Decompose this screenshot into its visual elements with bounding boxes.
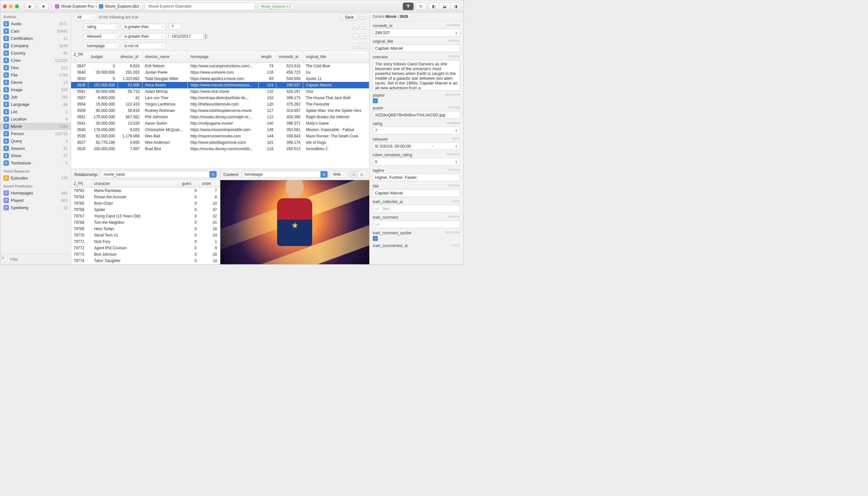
predicate-remove-button[interactable]: − bbox=[352, 43, 359, 49]
table-row[interactable]: 79770Skrull Tech #1024 bbox=[71, 232, 220, 238]
breadcrumb[interactable]: Movie Explorer Pro › Movie_Explorer.db3 bbox=[51, 2, 142, 10]
sidebar-item-show[interactable]: E Show 27 bbox=[0, 152, 71, 159]
sidebar-item-tombstone[interactable]: E Tombstone 0 bbox=[0, 159, 71, 167]
column-header-character[interactable]: character bbox=[92, 180, 179, 187]
table-row[interactable]: 79763Maria Rambeau07 bbox=[71, 187, 220, 194]
close-window-icon[interactable] bbox=[3, 4, 7, 8]
content-select[interactable]: homepage ⇅ bbox=[242, 171, 328, 178]
predicate-remove-button[interactable]: − bbox=[352, 33, 359, 39]
detail-date-input[interactable]: 6/ 3/2019, 00:00:00×▲▼ bbox=[373, 142, 460, 150]
sidebar-item-spielberg[interactable]: P Spielberg 22 bbox=[0, 204, 71, 211]
sidebar-item-language[interactable]: E Language 66 bbox=[0, 101, 71, 108]
zoom-window-icon[interactable] bbox=[15, 4, 19, 8]
predicate-root-more-button[interactable]: ⋯ bbox=[360, 14, 366, 20]
layout-right-button[interactable]: ◨ bbox=[450, 2, 461, 10]
stepper-icon[interactable]: ▲▼ bbox=[455, 144, 458, 148]
detail-bool-toggle[interactable]: − bbox=[373, 98, 378, 103]
sidebar-item-image[interactable]: E Image 945 bbox=[0, 86, 71, 93]
sidebar-item-job[interactable]: E Job 766 bbox=[0, 93, 71, 101]
sidebar-item-movie[interactable]: E Movie 2184 bbox=[0, 123, 71, 130]
table-row[interactable]: 79774Talos' Daughter014 bbox=[71, 258, 220, 264]
column-header-order[interactable]: order bbox=[199, 180, 220, 187]
table-row[interactable]: 79772Agent Phil Coulson09 bbox=[71, 245, 220, 251]
version-badge[interactable]: Movie_Explorer 2.1 bbox=[258, 3, 295, 9]
layout-left-button[interactable]: ◧ bbox=[428, 2, 439, 10]
predicate-op-select[interactable]: is greater than bbox=[122, 33, 166, 40]
detail-date-input[interactable]: nilNow bbox=[373, 205, 460, 213]
predicate-field-select[interactable]: released bbox=[84, 33, 119, 40]
sidebar-item-location[interactable]: E Location 9 bbox=[0, 115, 71, 123]
detail-bool-toggle[interactable]: − bbox=[373, 236, 378, 241]
detail-input[interactable]: nil bbox=[373, 220, 460, 228]
date-stepper[interactable]: ▲▼ bbox=[203, 33, 208, 39]
detail-input[interactable]: Captain Marvel bbox=[373, 44, 460, 52]
column-header-budget[interactable]: budget bbox=[88, 51, 118, 63]
table-row[interactable]: 355990.000.00059.918 Rodney Rothmanhttp:… bbox=[71, 107, 369, 114]
sidebar-item-episodes[interactable]: R Episodes 176 bbox=[0, 174, 71, 182]
predicate-more-button[interactable]: ⋯ bbox=[360, 33, 366, 39]
table-row[interactable]: 79769Hero Torfan016 bbox=[71, 226, 220, 232]
sidebar-item-person[interactable]: E Person 103715 bbox=[0, 130, 71, 137]
content-preview[interactable]: ★ bbox=[220, 180, 369, 264]
sidebar-add-button[interactable]: ⚙ bbox=[2, 256, 7, 262]
table-row[interactable]: 364020.000.000291.263 Jordan Peelehttps:… bbox=[71, 69, 369, 76]
content-mode-select[interactable]: Web bbox=[330, 171, 347, 177]
sidebar-item-company[interactable]: E Company 3049 bbox=[0, 42, 71, 49]
sidebar-item-disc[interactable]: E Disc 511 bbox=[0, 64, 71, 72]
table-row[interactable]: 363301.323.992 Todd Douglas Millerhttps:… bbox=[71, 76, 369, 82]
minimize-window-icon[interactable] bbox=[9, 4, 13, 8]
detail-input[interactable]: Captain Marvel bbox=[373, 189, 460, 197]
table-row[interactable]: 35679.800.00042 Lars von Trierhttp://zen… bbox=[71, 95, 369, 101]
detail-input[interactable]: Higher. Further. Faster. bbox=[373, 173, 460, 181]
detail-textarea[interactable]: The story follows Carol Danvers as she b… bbox=[373, 60, 460, 91]
predicate-op-select[interactable]: is not nil bbox=[122, 43, 166, 49]
predicate-remove-button[interactable]: − bbox=[352, 24, 359, 30]
now-button[interactable]: Now bbox=[381, 206, 391, 211]
stepper-icon[interactable]: ▲▼ bbox=[455, 160, 458, 164]
column-header-length[interactable]: length bbox=[259, 51, 276, 63]
relationship-select[interactable]: movie_casts ⇅ bbox=[101, 171, 216, 178]
table-row[interactable]: 364706.824 Erik Nelsonhttp://www.vulcanp… bbox=[71, 63, 369, 69]
column-header-Z_PK[interactable]: Z_PK bbox=[71, 180, 92, 187]
sidebar-item-certification[interactable]: E Certification 11 bbox=[0, 35, 71, 42]
stepper-icon[interactable]: ▲▼ bbox=[455, 129, 458, 133]
table-row[interactable]: 3551175.000.000567.562 Phil Johnstonhttp… bbox=[71, 114, 369, 120]
predicate-more-button[interactable]: ⋯ bbox=[360, 24, 366, 30]
table-row[interactable]: 79773Bret Johnson020 bbox=[71, 251, 220, 258]
sidebar-item-crew[interactable]: E Crew 122320 bbox=[0, 57, 71, 64]
table-row[interactable]: 3626152.000.00053.069 Anna Bodenhttps://… bbox=[71, 82, 369, 88]
detail-input[interactable]: 0▲▼ bbox=[373, 158, 460, 166]
predicate-more-button[interactable]: ⋯ bbox=[360, 43, 366, 49]
table-row[interactable]: 79771Nick Fury01 bbox=[71, 238, 220, 245]
table-row[interactable]: 358160.000.00055.710 Adam McKayhttps://w… bbox=[71, 88, 369, 95]
table-row[interactable]: 3540178.000.0009.033 Christopher McQuar.… bbox=[71, 126, 369, 133]
play-button[interactable]: ▶ bbox=[25, 2, 35, 10]
sidebar-item-season[interactable]: E Season 31 bbox=[0, 145, 71, 152]
sidebar-item-country[interactable]: E Country 62 bbox=[0, 49, 71, 57]
table-row[interactable]: 354130.000.00013.520 Aaron Sorkinhttp://… bbox=[71, 120, 369, 126]
table-row[interactable]: 352762.770.1985.655 Wes Andersonhttp://w… bbox=[71, 139, 369, 146]
filter-funnel-button[interactable] bbox=[403, 2, 414, 10]
layout-bottom-button[interactable]: ⬓ bbox=[439, 2, 450, 10]
sidebar-item-file[interactable]: E File 1754 bbox=[0, 72, 71, 79]
sidebar-item-genre[interactable]: E Genre 23 bbox=[0, 79, 71, 86]
table-row[interactable]: 353962.000.0001.179.066 Wes Ballhttp://m… bbox=[71, 133, 369, 139]
table-row[interactable]: 3525200.000.0007.087 Brad Birdhttps://mo… bbox=[71, 146, 369, 152]
sidebar-filter-input[interactable] bbox=[9, 256, 70, 263]
main-table[interactable]: Z_PKbudgetdirector_iddirector_namehomepa… bbox=[71, 51, 369, 169]
predicate-save-button[interactable]: Save bbox=[340, 14, 359, 20]
clear-icon[interactable]: × bbox=[432, 144, 434, 149]
predicate-scope-select[interactable]: All bbox=[74, 14, 96, 20]
column-header-homepage[interactable]: homepage bbox=[188, 51, 259, 63]
sidebar-item-query[interactable]: E Query 3 bbox=[0, 137, 71, 145]
detail-input[interactable]: 299.537▲▼ bbox=[373, 29, 460, 37]
predicate-value-input[interactable]: 7 bbox=[169, 24, 181, 30]
column-header-original_title[interactable]: original_title bbox=[303, 51, 369, 63]
column-header-guest[interactable]: guest bbox=[179, 180, 200, 187]
stepper-icon[interactable]: ▲▼ bbox=[455, 31, 458, 35]
stop-button[interactable]: ■ bbox=[38, 2, 49, 10]
table-row[interactable]: 79765Bron-Charr010 bbox=[71, 200, 220, 206]
table-row[interactable]: 79767Young Carol (13 Years Old)012 bbox=[71, 213, 220, 219]
sidebar-item-homepages[interactable]: P Homepages 941 bbox=[0, 189, 71, 197]
content-view-split-button[interactable]: ◫ bbox=[358, 171, 366, 178]
